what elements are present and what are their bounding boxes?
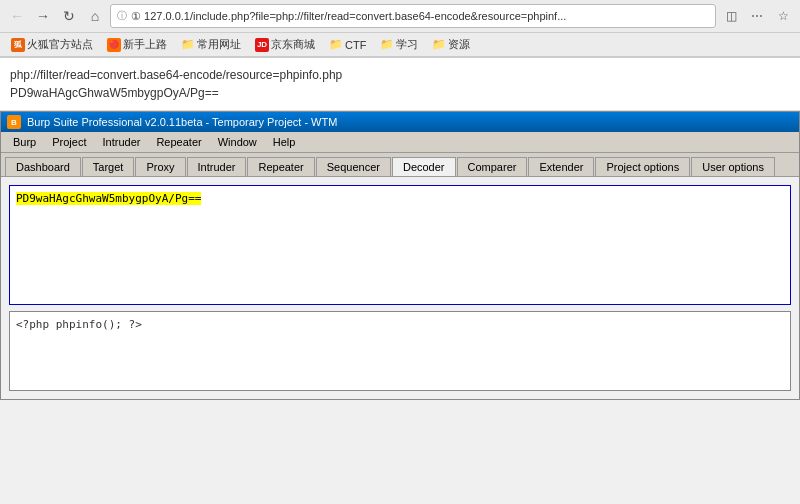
- address-text: ① 127.0.0.1/include.php?file=php://filte…: [131, 10, 709, 23]
- bookmark-study-label: 学习: [396, 37, 418, 52]
- bookmarks-bar: 狐 火狐官方站点 🔴 新手上路 📁 常用网址 JD 京东商城 📁 CTF 📁 学…: [0, 33, 800, 57]
- address-bar[interactable]: ⓘ ① 127.0.0.1/include.php?file=php://fil…: [110, 4, 716, 28]
- tab-dashboard[interactable]: Dashboard: [5, 157, 81, 176]
- decoder-output-text: <?php phpinfo(); ?>: [16, 318, 142, 331]
- bookmark-fox-icon: 狐: [11, 38, 25, 52]
- tab-intruder[interactable]: Intruder: [187, 157, 247, 176]
- menu-repeater[interactable]: Repeater: [148, 134, 209, 150]
- burp-tab-bar: Dashboard Target Proxy Intruder Repeater…: [1, 153, 799, 177]
- folder-icon-common: 📁: [181, 38, 195, 51]
- menu-help[interactable]: Help: [265, 134, 304, 150]
- browser-toolbar: ← → ↻ ⌂ ⓘ ① 127.0.0.1/include.php?file=p…: [0, 0, 800, 33]
- burp-titlebar: B Burp Suite Professional v2.0.11beta - …: [1, 112, 799, 132]
- extensions-button[interactable]: ◫: [720, 5, 742, 27]
- forward-button[interactable]: →: [32, 5, 54, 27]
- page-url-line2: PD9waHAgcGhwaW5mbygpOyA/Pg==: [10, 84, 790, 102]
- folder-icon-resource: 📁: [432, 38, 446, 51]
- bookmark-jd[interactable]: JD 京东商城: [250, 35, 320, 54]
- secure-icon: ⓘ: [117, 9, 127, 23]
- bookmark-common-label: 常用网址: [197, 37, 241, 52]
- bookmark-ctf-label: CTF: [345, 39, 366, 51]
- decoder-content: PD9waHAgcGhwaW5mbygpOyA/Pg== <?php phpin…: [1, 177, 799, 399]
- burp-suite-window: B Burp Suite Professional v2.0.11beta - …: [0, 111, 800, 400]
- tab-target[interactable]: Target: [82, 157, 135, 176]
- tab-proxy[interactable]: Proxy: [135, 157, 185, 176]
- reload-button[interactable]: ↻: [58, 5, 80, 27]
- bookmark-fox-label: 火狐官方站点: [27, 37, 93, 52]
- more-button[interactable]: ⋯: [746, 5, 768, 27]
- tab-comparer[interactable]: Comparer: [457, 157, 528, 176]
- bookmark-common[interactable]: 📁 常用网址: [176, 35, 246, 54]
- browser-chrome: ← → ↻ ⌂ ⓘ ① 127.0.0.1/include.php?file=p…: [0, 0, 800, 58]
- tab-decoder[interactable]: Decoder: [392, 157, 456, 176]
- burp-title: Burp Suite Professional v2.0.11beta - Te…: [27, 116, 337, 128]
- bookmark-ctf[interactable]: 📁 CTF: [324, 36, 371, 53]
- menu-project[interactable]: Project: [44, 134, 94, 150]
- bookmark-new[interactable]: 🔴 新手上路: [102, 35, 172, 54]
- bookmark-study[interactable]: 📁 学习: [375, 35, 423, 54]
- bookmark-resource[interactable]: 📁 资源: [427, 35, 475, 54]
- decoder-output-area[interactable]: <?php phpinfo(); ?>: [9, 311, 791, 391]
- bookmark-fox[interactable]: 狐 火狐官方站点: [6, 35, 98, 54]
- page-url-line1: php://filter/read=convert.base64-encode/…: [10, 66, 790, 84]
- menu-intruder[interactable]: Intruder: [95, 134, 149, 150]
- tab-extender[interactable]: Extender: [528, 157, 594, 176]
- burp-menubar: Burp Project Intruder Repeater Window He…: [1, 132, 799, 153]
- burp-icon: B: [7, 115, 21, 129]
- folder-icon-ctf: 📁: [329, 38, 343, 51]
- bookmark-jd-icon: JD: [255, 38, 269, 52]
- bookmark-resource-label: 资源: [448, 37, 470, 52]
- menu-window[interactable]: Window: [210, 134, 265, 150]
- bookmark-new-label: 新手上路: [123, 37, 167, 52]
- bookmark-jd-label: 京东商城: [271, 37, 315, 52]
- decoder-input-text: PD9waHAgcGhwaW5mbygpOyA/Pg==: [16, 192, 201, 205]
- tab-repeater[interactable]: Repeater: [247, 157, 314, 176]
- folder-icon-study: 📁: [380, 38, 394, 51]
- back-button[interactable]: ←: [6, 5, 28, 27]
- page-url-display: php://filter/read=convert.base64-encode/…: [0, 58, 800, 111]
- decoder-input-area[interactable]: PD9waHAgcGhwaW5mbygpOyA/Pg==: [9, 185, 791, 305]
- home-button[interactable]: ⌂: [84, 5, 106, 27]
- menu-burp[interactable]: Burp: [5, 134, 44, 150]
- tab-user-options[interactable]: User options: [691, 157, 775, 176]
- tab-sequencer[interactable]: Sequencer: [316, 157, 391, 176]
- bookmark-button[interactable]: ☆: [772, 5, 794, 27]
- bookmark-new-icon: 🔴: [107, 38, 121, 52]
- tab-project-options[interactable]: Project options: [595, 157, 690, 176]
